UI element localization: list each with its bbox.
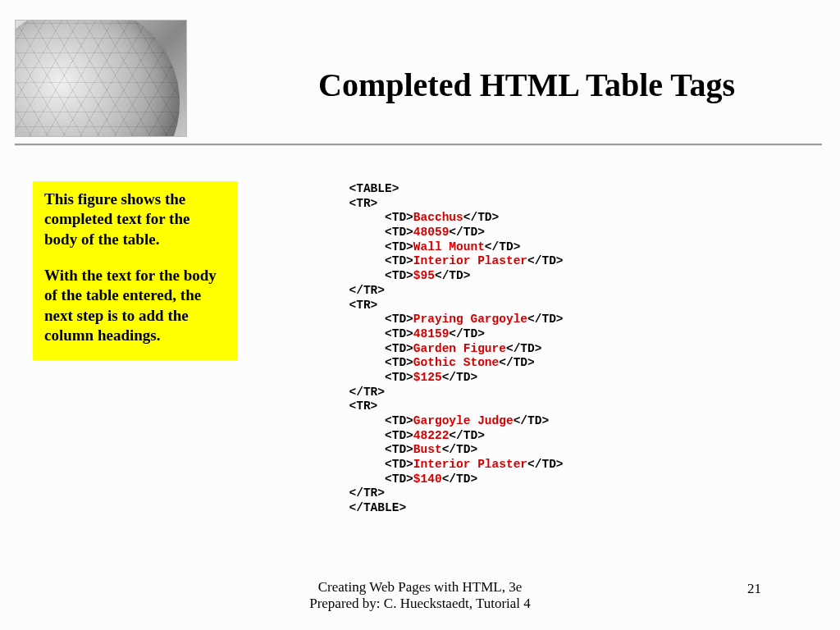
slide-title: Completed HTML Table Tags [246,66,807,104]
slide-footer: Creating Web Pages with HTML, 3e Prepare… [0,579,840,612]
callout-paragraph-1: This figure shows the completed text for… [44,189,226,249]
html-code-sample: <TABLE> <TR> <TD>Bacchus</TD> <TD>48059<… [313,182,564,516]
horizontal-rule [15,144,822,146]
page-number: 21 [747,581,761,597]
footer-line-1: Creating Web Pages with HTML, 3e [0,579,840,596]
callout-box: This figure shows the completed text for… [33,181,238,360]
decorative-sphere-image [15,20,187,137]
callout-paragraph-2: With the text for the body of the table … [44,266,226,345]
footer-line-2: Prepared by: C. Hueckstaedt, Tutorial 4 [0,596,840,612]
